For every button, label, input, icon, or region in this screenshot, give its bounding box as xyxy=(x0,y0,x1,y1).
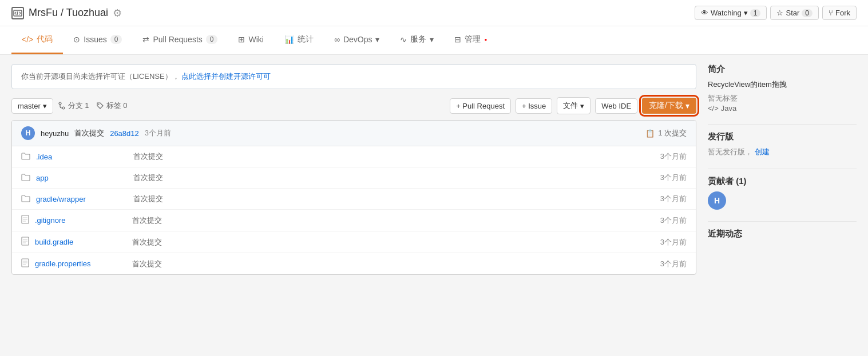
manage-dot: ● xyxy=(484,37,487,42)
file-time: 3个月前 xyxy=(660,151,687,162)
svg-point-3 xyxy=(98,104,99,105)
issues-badge: 0 xyxy=(110,35,122,44)
clone-button[interactable]: 克隆/下载 ▾ xyxy=(642,98,696,114)
sidebar-no-release: 暂无发行版， xyxy=(708,147,752,156)
code-icon: </> xyxy=(22,35,33,44)
commit-avatar-initial: H xyxy=(26,129,31,137)
table-row: gradle.properties 首次提交 3个月前 xyxy=(12,253,696,274)
tab-services-label: 服务 xyxy=(410,34,426,45)
file-commit: 首次提交 xyxy=(133,151,655,162)
header-left: MrsFu / Tuozhuai ⚙ xyxy=(11,7,122,19)
nav-tabs: </> 代码 ⊙ Issues 0 ⇄ Pull Requests 0 ⊞ Wi… xyxy=(0,26,868,55)
file-time: 3个月前 xyxy=(660,173,687,183)
tag-count: 标签 0 xyxy=(96,101,128,111)
sidebar-divider-3 xyxy=(708,221,857,222)
sidebar-intro-title: 简介 xyxy=(708,64,857,75)
branch-count: 分支 1 xyxy=(58,101,89,111)
web-ide-button[interactable]: Web IDE xyxy=(595,98,637,114)
license-link[interactable]: 点此选择并创建开源许可可 xyxy=(181,72,271,81)
file-name[interactable]: .gitignore xyxy=(35,216,126,225)
fork-button[interactable]: ⑂ Fork xyxy=(822,6,857,20)
file-name[interactable]: gradle.properties xyxy=(35,259,126,268)
commit-hash[interactable]: 26a8d12 xyxy=(110,129,139,138)
settings-icon[interactable]: ⚙ xyxy=(113,7,122,19)
sidebar-contributors: 贡献者 (1) H xyxy=(708,176,857,210)
branch-info: 分支 1 标签 0 xyxy=(58,101,128,111)
file-name[interactable]: build.gradle xyxy=(35,238,126,246)
file-icon xyxy=(21,215,29,226)
tab-services[interactable]: ∿ 服务 ▾ xyxy=(390,26,444,54)
watching-label: Watching xyxy=(711,9,742,17)
sidebar-divider-2 xyxy=(708,169,857,169)
commit-message: 首次提交 xyxy=(74,128,104,138)
tab-stats[interactable]: 📊 统计 xyxy=(274,26,324,54)
tab-manage[interactable]: ⊟ 管理 ● xyxy=(444,26,497,54)
main-content: 你当前开源项目尚未选择许可证（LICENSE）， 点此选择并创建开源许可可 ma… xyxy=(0,55,868,284)
license-text: 你当前开源项目尚未选择许可证（LICENSE）， xyxy=(21,72,180,81)
content-area: 你当前开源项目尚未选择许可证（LICENSE）， 点此选择并创建开源许可可 ma… xyxy=(11,64,696,275)
pull-request-button[interactable]: + Pull Request xyxy=(450,98,511,114)
file-dropdown-icon: ▾ xyxy=(580,102,584,110)
tab-stats-label: 统计 xyxy=(298,34,314,45)
tab-code-label: 代码 xyxy=(37,34,53,45)
repo-title: MrsFu / Tuozhuai xyxy=(29,7,108,19)
file-time: 3个月前 xyxy=(660,259,687,269)
table-row: build.gradle 首次提交 3个月前 xyxy=(12,231,696,253)
tab-issues[interactable]: ⊙ Issues 0 xyxy=(63,27,132,54)
devops-dropdown-icon: ▾ xyxy=(375,35,379,44)
tab-code[interactable]: </> 代码 xyxy=(11,26,63,54)
contributors-list: H xyxy=(708,191,857,210)
folder-icon xyxy=(21,194,30,204)
sidebar-release: 发行版 暂无发行版， 创建 xyxy=(708,131,857,157)
sidebar-divider-1 xyxy=(708,124,857,125)
tab-pulls[interactable]: ⇄ Pull Requests 0 xyxy=(132,27,228,54)
svg-point-2 xyxy=(62,107,65,109)
tag-count-label: 标签 0 xyxy=(106,101,128,111)
file-name[interactable]: app xyxy=(36,174,128,182)
branch-selector[interactable]: master ▾ xyxy=(11,98,53,114)
wiki-icon: ⊞ xyxy=(238,35,245,44)
table-row: .gitignore 首次提交 3个月前 xyxy=(12,210,696,231)
license-banner: 你当前开源项目尚未选择许可证（LICENSE）， 点此选择并创建开源许可可 xyxy=(11,64,696,89)
tab-wiki[interactable]: ⊞ Wiki xyxy=(228,27,274,54)
tab-devops[interactable]: ∞ DevOps ▾ xyxy=(324,27,390,54)
repo-name: Tuozhuai xyxy=(66,7,108,18)
folder-icon xyxy=(21,152,30,162)
file-button[interactable]: 文件 ▾ xyxy=(557,97,590,114)
tab-devops-label: DevOps xyxy=(343,35,372,44)
sidebar-create-link[interactable]: 创建 xyxy=(755,147,770,156)
star-button[interactable]: ☆ Star 0 xyxy=(770,6,819,20)
sidebar-activity: 近期动态 xyxy=(708,229,857,239)
stats-icon: 📊 xyxy=(284,35,294,44)
file-rows: .idea 首次提交 3个月前 app 首次提交 3个月前 gradle/wra… xyxy=(12,146,696,274)
contributor-initial: H xyxy=(714,196,720,205)
eye-icon: 👁 xyxy=(701,9,708,17)
tab-issues-label: Issues xyxy=(84,35,106,44)
issues-icon: ⊙ xyxy=(73,35,80,44)
services-icon: ∿ xyxy=(400,35,407,44)
star-icon: ☆ xyxy=(776,9,783,17)
commits-count: 1 次提交 xyxy=(658,128,687,138)
table-row: app 首次提交 3个月前 xyxy=(12,167,696,189)
watching-dropdown-icon: ▾ xyxy=(744,9,748,17)
file-time: 3个月前 xyxy=(660,215,687,226)
file-commit: 首次提交 xyxy=(132,259,655,269)
contributor-avatar[interactable]: H xyxy=(708,191,726,210)
file-table: H heyuzhu 首次提交 26a8d12 3个月前 📋 1 次提交 .ide… xyxy=(11,120,696,275)
file-name[interactable]: .idea xyxy=(36,153,128,161)
repo-owner: MrsFu xyxy=(29,7,58,18)
watching-button[interactable]: 👁 Watching ▾ 1 xyxy=(695,6,767,20)
sidebar-language-label: Java xyxy=(721,104,736,113)
file-commit: 首次提交 xyxy=(132,215,655,226)
commit-author[interactable]: heyuzhu xyxy=(41,129,69,138)
commit-time: 3个月前 xyxy=(145,128,171,138)
sidebar-intro: 简介 RecycleView的item拖拽 暂无标签 </> Java xyxy=(708,64,857,113)
issue-button[interactable]: + Issue xyxy=(516,98,552,114)
star-count: 0 xyxy=(802,9,812,17)
file-name[interactable]: gradle/wrapper xyxy=(36,195,128,203)
file-commit: 首次提交 xyxy=(133,194,655,204)
manage-icon: ⊟ xyxy=(454,35,461,44)
sidebar: 简介 RecycleView的item拖拽 暂无标签 </> Java 发行版 … xyxy=(708,64,857,275)
table-row: gradle/wrapper 首次提交 3个月前 xyxy=(12,189,696,210)
watching-count: 1 xyxy=(750,9,761,17)
